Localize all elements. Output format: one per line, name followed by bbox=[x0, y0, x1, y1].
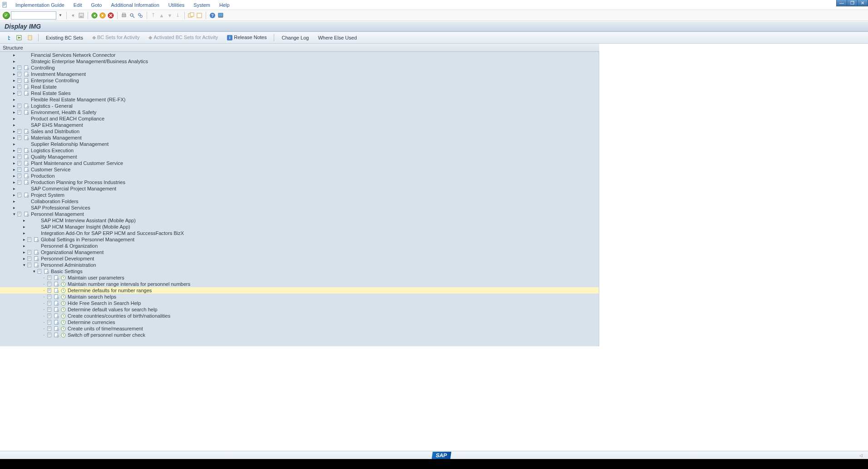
tree-node-label[interactable]: Real Estate bbox=[30, 84, 57, 90]
img-activity-attr-icon[interactable] bbox=[23, 160, 30, 166]
img-activity-doc-icon[interactable] bbox=[16, 71, 23, 77]
tree-node-label[interactable]: Logistics - General bbox=[30, 103, 73, 109]
img-activity-doc-icon[interactable] bbox=[46, 307, 53, 312]
img-activity-doc-icon[interactable] bbox=[16, 148, 23, 153]
command-dropdown[interactable]: ▼ bbox=[57, 13, 64, 17]
bc-sets-for-activity-button[interactable]: ◆BC Sets for Activity bbox=[89, 35, 143, 40]
activated-bc-sets-button[interactable]: ◆Activated BC Sets for Activity bbox=[146, 35, 221, 40]
tree-node-label[interactable]: Environment, Health & Safety bbox=[30, 110, 96, 115]
tree-expander-icon[interactable]: ▸ bbox=[12, 91, 16, 95]
img-activity-attr-icon[interactable] bbox=[23, 135, 30, 140]
execute-icon[interactable] bbox=[60, 294, 66, 299]
tree-row[interactable]: ·Create units of time/measurement bbox=[0, 325, 599, 332]
minimize-button[interactable]: — bbox=[836, 0, 847, 6]
new-session-icon[interactable] bbox=[187, 12, 195, 19]
last-page-icon[interactable]: ⤓ bbox=[174, 12, 182, 19]
tree-row[interactable]: ·Determine default values for search hel… bbox=[0, 306, 599, 313]
tree-expander-icon[interactable]: · bbox=[42, 294, 46, 299]
img-activity-doc-icon[interactable] bbox=[46, 300, 53, 306]
tree-row[interactable]: ▸Organizational Management bbox=[0, 249, 599, 255]
img-activity-doc-icon[interactable] bbox=[46, 319, 53, 325]
enter-button[interactable]: ✓ bbox=[3, 12, 10, 19]
tree-row[interactable]: ▸Flexible Real Estate Management (RE-FX) bbox=[0, 96, 599, 103]
img-activity-attr-icon[interactable] bbox=[23, 103, 30, 109]
img-activity-doc-icon[interactable] bbox=[46, 281, 53, 287]
tree-node-label[interactable]: SAP HCM Interview Assistant (Mobile App) bbox=[40, 218, 136, 223]
img-activity-doc-icon[interactable] bbox=[46, 294, 53, 299]
tree-expander-icon[interactable]: ▸ bbox=[12, 174, 16, 178]
tree-expander-icon[interactable]: · bbox=[42, 282, 46, 286]
img-activity-attr-icon[interactable] bbox=[53, 332, 59, 338]
layout-icon[interactable] bbox=[217, 12, 224, 19]
tree-expander-icon[interactable]: ▸ bbox=[22, 250, 26, 254]
tree-node-label[interactable]: Quality Management bbox=[30, 154, 77, 160]
tree-node-label[interactable]: Strategic Enterprise Management/Business… bbox=[30, 59, 148, 64]
tree-expander-icon[interactable]: ▾ bbox=[22, 263, 26, 267]
tree-node-label[interactable]: Product and REACH Compliance bbox=[30, 116, 104, 121]
tree-node-label[interactable]: Personnel Development bbox=[40, 256, 94, 261]
find-next-icon[interactable] bbox=[137, 12, 144, 19]
img-activity-doc-icon[interactable] bbox=[16, 135, 23, 140]
img-activity-doc-icon[interactable] bbox=[36, 269, 43, 274]
img-activity-attr-icon[interactable] bbox=[53, 319, 59, 325]
tree-expander-icon[interactable]: ▸ bbox=[22, 231, 26, 235]
tree-row[interactable]: ▾Basic Settings bbox=[0, 268, 599, 274]
tree-expander-icon[interactable]: ▸ bbox=[12, 59, 16, 64]
img-activity-doc-icon[interactable] bbox=[46, 326, 53, 331]
command-field[interactable] bbox=[11, 11, 56, 20]
find-icon[interactable] bbox=[128, 12, 136, 19]
tree-row[interactable]: ·Maintain search helps bbox=[0, 294, 599, 300]
tree-node-label[interactable]: Organizational Management bbox=[40, 249, 104, 255]
execute-icon[interactable] bbox=[60, 319, 66, 325]
img-activity-doc-icon[interactable] bbox=[46, 288, 53, 293]
tree-row[interactable]: ·Switch off personnel number check bbox=[0, 332, 599, 338]
close-button[interactable]: ✕ bbox=[857, 0, 868, 6]
position-icon[interactable] bbox=[15, 34, 23, 41]
tree-node-label[interactable]: Global Settings in Personnel Management bbox=[40, 237, 134, 242]
tree-expander-icon[interactable]: ▸ bbox=[12, 65, 16, 70]
img-activity-attr-icon[interactable] bbox=[53, 326, 59, 331]
tree-row[interactable]: ·Determine defaults for number ranges bbox=[0, 287, 599, 294]
tree-row[interactable]: ▸Personnel & Organization bbox=[0, 243, 599, 249]
img-activity-attr-icon[interactable] bbox=[33, 249, 39, 255]
tree-row[interactable]: ▸Logistics - General bbox=[0, 103, 599, 109]
tree-row[interactable]: ▸Quality Management bbox=[0, 154, 599, 160]
tree-row[interactable]: ▸Investment Management bbox=[0, 71, 599, 77]
menu-implementation-guide[interactable]: Implementation Guide bbox=[11, 2, 69, 8]
restore-button[interactable]: ❐ bbox=[847, 0, 858, 6]
tree-row[interactable]: ▾Personnel Administration bbox=[0, 262, 599, 268]
exit-icon[interactable] bbox=[99, 12, 106, 19]
tree-node-label[interactable]: Investment Management bbox=[30, 71, 86, 77]
tree-expander-icon[interactable]: ▸ bbox=[12, 155, 16, 159]
img-activity-doc-icon[interactable] bbox=[16, 110, 23, 115]
expand-all-icon[interactable] bbox=[5, 34, 12, 41]
tree-row[interactable]: ·Create countries/countries of birth/nat… bbox=[0, 313, 599, 319]
tree-node-label[interactable]: Collaboration Folders bbox=[30, 199, 79, 204]
tree-expander-icon[interactable]: ▸ bbox=[12, 85, 16, 89]
img-activity-doc-icon[interactable] bbox=[16, 65, 23, 70]
tree-row[interactable]: ▸Customer Service bbox=[0, 166, 599, 173]
tree-expander-icon[interactable]: ▸ bbox=[12, 53, 16, 57]
tree-row[interactable]: ·Determine currencies bbox=[0, 319, 599, 325]
tree-expander-icon[interactable]: ▸ bbox=[12, 148, 16, 153]
img-activity-doc-icon[interactable] bbox=[16, 173, 23, 179]
tree-node-label[interactable]: Maintain number range intervals for pers… bbox=[67, 281, 190, 287]
tree-row[interactable]: ▸Supplier Relationship Management bbox=[0, 141, 599, 147]
img-activity-attr-icon[interactable] bbox=[23, 65, 30, 70]
img-activity-doc-icon[interactable] bbox=[16, 78, 23, 83]
img-activity-doc-icon[interactable] bbox=[16, 84, 23, 90]
help-icon[interactable]: ? bbox=[209, 12, 216, 19]
img-activity-attr-icon[interactable] bbox=[23, 180, 30, 185]
tree-row[interactable]: ▸Enterprise Controlling bbox=[0, 77, 599, 84]
img-activity-doc-icon[interactable] bbox=[26, 237, 33, 242]
menu-additional-information[interactable]: Additional Information bbox=[106, 2, 163, 8]
tree-row[interactable]: ·Hide Free Search in Search Help bbox=[0, 300, 599, 306]
tree-node-label[interactable]: Create units of time/measurement bbox=[67, 326, 143, 331]
change-log-button[interactable]: Change Log bbox=[279, 35, 311, 40]
tree-node-label[interactable]: Hide Free Search in Search Help bbox=[67, 300, 141, 306]
tree-row[interactable]: ▸SAP HCM Manager Insight (Mobile App) bbox=[0, 224, 599, 230]
img-activity-doc-icon[interactable] bbox=[16, 154, 23, 160]
notepad-icon[interactable] bbox=[26, 34, 34, 41]
tree-node-label[interactable]: Supplier Relationship Management bbox=[30, 141, 108, 147]
img-activity-doc-icon[interactable] bbox=[16, 160, 23, 166]
